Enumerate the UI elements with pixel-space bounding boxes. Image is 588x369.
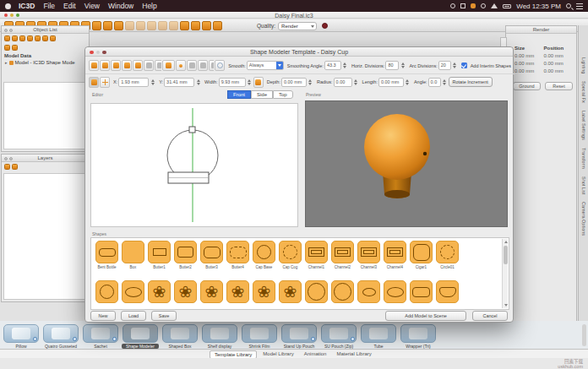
template-item[interactable]: Pillow — [3, 324, 40, 349]
status-grid-icon[interactable] — [460, 3, 466, 8]
menu-item[interactable]: File — [43, 2, 55, 10]
stepper[interactable] — [442, 79, 448, 85]
stepper[interactable] — [452, 62, 458, 68]
stepper[interactable] — [247, 79, 253, 85]
scroll-up-icon[interactable] — [504, 241, 508, 243]
crop-icon[interactable] — [114, 21, 123, 30]
add-interim-checkbox[interactable] — [461, 62, 467, 68]
stepper[interactable] — [308, 79, 313, 85]
select-icon[interactable] — [89, 60, 99, 71]
template-item[interactable]: Shaped Box — [161, 324, 199, 349]
new-button[interactable]: New — [90, 311, 116, 321]
collapse-icon[interactable] — [4, 35, 10, 41]
template-item[interactable]: Tube — [360, 324, 397, 349]
tree-item-model[interactable]: ▸ Model - IC3D Shape Mode — [2, 59, 89, 66]
template-item[interactable]: Quatro Gusseted — [42, 324, 79, 349]
undo-icon[interactable] — [155, 60, 161, 71]
smoothing-angle-input[interactable]: 43.3 — [324, 61, 341, 70]
status-icon[interactable] — [450, 3, 455, 8]
side-tab[interactable]: Special Fx — [581, 81, 586, 103]
shape-item[interactable]: Cigar1 — [408, 241, 434, 269]
scroll-down-icon[interactable] — [504, 304, 508, 307]
load-button[interactable]: Load — [121, 311, 146, 321]
align-icon[interactable] — [158, 21, 167, 30]
undo-icon[interactable] — [202, 21, 211, 30]
horiz-divisions-input[interactable]: 80 — [385, 61, 399, 70]
pan-icon[interactable] — [122, 60, 132, 71]
side-tab[interactable]: Lighting — [581, 57, 586, 73]
camera-icon[interactable] — [191, 21, 200, 30]
shape-item[interactable] — [146, 280, 172, 303]
shape-item[interactable]: Circle01 — [434, 241, 460, 269]
new-folder-icon[interactable] — [4, 45, 10, 51]
add-icon[interactable] — [19, 35, 25, 41]
template-item[interactable]: SU Pouch (Zip) — [320, 324, 357, 349]
disclosure-triangle-icon[interactable]: ▸ — [5, 60, 8, 65]
delete-icon[interactable] — [35, 35, 41, 41]
shape-item[interactable]: Cap Base — [251, 241, 277, 269]
y-input[interactable]: 31.41 mm — [164, 78, 194, 87]
shape-item[interactable] — [356, 280, 382, 303]
shape-item[interactable]: Butter1 — [146, 241, 172, 269]
shape-item[interactable]: Channel3 — [356, 241, 382, 269]
point-icon[interactable] — [176, 60, 186, 71]
reset-button[interactable]: Reset — [545, 82, 573, 90]
template-item[interactable]: Stand Up Pouch — [280, 324, 318, 349]
stepper[interactable] — [400, 62, 406, 68]
scrollbar-thumb[interactable] — [504, 246, 508, 264]
object-list-area[interactable] — [3, 82, 87, 149]
record-icon[interactable] — [322, 23, 328, 29]
side-tab[interactable]: Shot List — [581, 176, 586, 194]
add-point-icon[interactable] — [133, 60, 143, 71]
menu-item[interactable]: Window — [108, 2, 133, 10]
add-layer-icon[interactable] — [4, 164, 10, 170]
move-up-icon[interactable] — [42, 35, 48, 41]
view-tab[interactable]: Side — [251, 90, 273, 99]
template-item[interactable]: Shelf display — [201, 324, 238, 349]
shape-item[interactable]: Channel4 — [382, 241, 408, 269]
shape-image-icon[interactable] — [162, 60, 175, 71]
template-item[interactable]: Sachet — [82, 324, 119, 349]
shape-item[interactable] — [225, 280, 251, 303]
template-item[interactable]: Shrink Film — [241, 324, 278, 349]
wifi-icon[interactable] — [491, 3, 498, 8]
shelf-scrollbar[interactable] — [582, 324, 586, 346]
save-button[interactable]: Save — [151, 311, 177, 321]
shape-item[interactable] — [277, 280, 303, 303]
app-status-icon[interactable] — [471, 3, 476, 8]
open-folder-icon[interactable] — [12, 45, 18, 51]
clock-icon[interactable] — [481, 3, 486, 8]
shape-item[interactable] — [382, 280, 408, 303]
hand-icon[interactable] — [169, 21, 178, 30]
pen-icon[interactable] — [209, 60, 214, 71]
length-input[interactable]: 0.00 mm — [378, 78, 404, 87]
template-item[interactable]: Wrapper (Tri) — [400, 324, 437, 349]
editor-canvas[interactable] — [90, 103, 298, 227]
profile-tool-icon[interactable] — [89, 77, 99, 88]
width-input[interactable]: 9.93 mm — [219, 78, 246, 87]
side-tab[interactable]: Camera Options — [581, 202, 586, 236]
quality-select[interactable]: Render — [278, 22, 317, 30]
shape-item[interactable]: Bent Bottle — [94, 241, 120, 269]
shape-item[interactable] — [172, 280, 199, 303]
panel-close-icon[interactable] — [4, 157, 8, 160]
add-node-icon[interactable] — [100, 77, 110, 88]
zoom-in-icon[interactable] — [100, 60, 110, 71]
info-icon[interactable] — [33, 337, 37, 341]
menu-item[interactable]: Edit — [63, 2, 76, 10]
smooth-select[interactable]: Always — [247, 61, 284, 70]
shape-item[interactable] — [94, 280, 120, 303]
add-model-to-scene-button[interactable]: Add Model to Scene — [385, 311, 466, 321]
shape-item[interactable] — [199, 280, 225, 303]
stepper[interactable] — [150, 79, 155, 85]
stepper[interactable] — [195, 79, 201, 85]
refresh-icon[interactable] — [215, 60, 225, 71]
shape-item[interactable] — [303, 280, 329, 303]
view-tab[interactable]: Top — [273, 90, 293, 99]
battery-icon[interactable] — [503, 4, 511, 8]
template-item[interactable]: Shape Modeler — [122, 324, 159, 349]
info-icon[interactable] — [112, 337, 117, 341]
menu-item[interactable]: IC3D — [19, 2, 35, 10]
control-center-icon[interactable] — [576, 3, 583, 9]
delete-point-icon[interactable] — [144, 60, 154, 71]
